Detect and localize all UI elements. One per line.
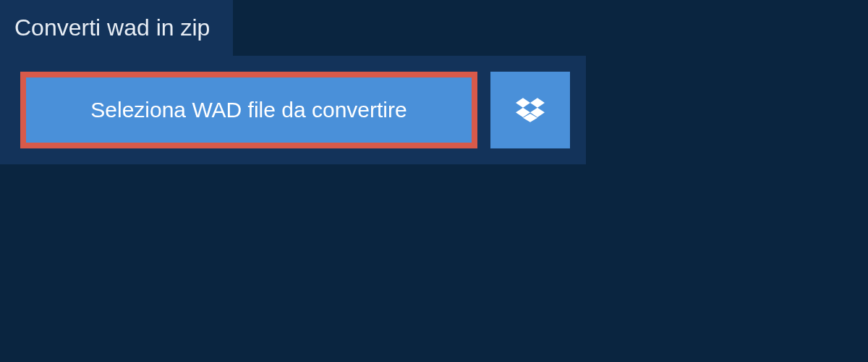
page-title: Converti wad in zip bbox=[14, 14, 210, 41]
file-select-panel: Seleziona WAD file da convertire bbox=[0, 56, 586, 164]
dropbox-button[interactable] bbox=[490, 72, 570, 148]
dropbox-icon bbox=[516, 96, 545, 125]
tab-header: Converti wad in zip bbox=[0, 0, 233, 56]
select-file-label: Seleziona WAD file da convertire bbox=[90, 98, 407, 122]
select-file-button[interactable]: Seleziona WAD file da convertire bbox=[20, 72, 477, 148]
